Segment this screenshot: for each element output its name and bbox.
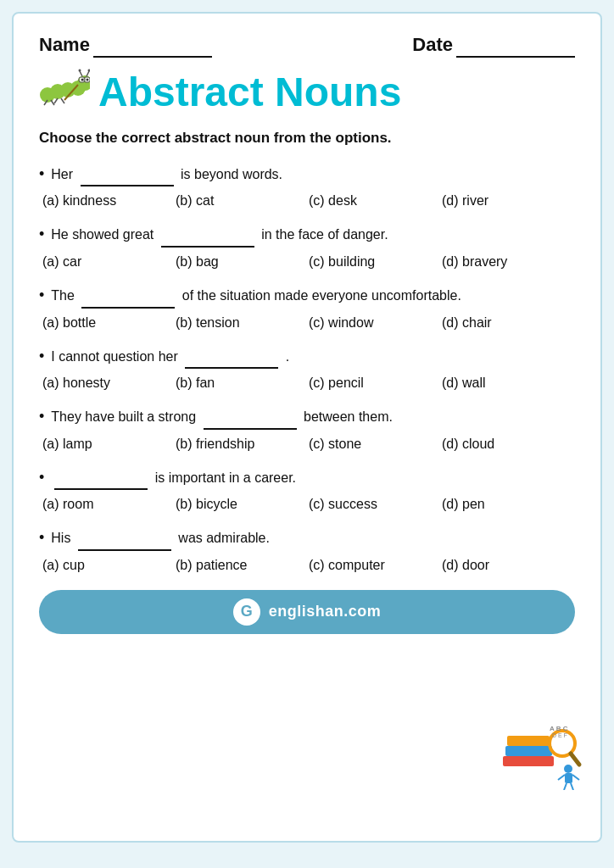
option-5-d[interactable]: (d) cloud <box>442 435 575 453</box>
svg-line-29 <box>564 783 567 790</box>
sentence-before: They have built a strong <box>51 406 199 428</box>
option-3-d[interactable]: (d) chair <box>442 314 575 332</box>
date-label: Date <box>412 34 453 56</box>
option-2-a[interactable]: (a) car <box>42 253 176 271</box>
date-section: Date <box>412 34 575 58</box>
sentence-before: I cannot question her <box>51 346 181 368</box>
option-4-d[interactable]: (d) wall <box>442 374 575 392</box>
option-4-b[interactable]: (b) fan <box>176 374 309 392</box>
svg-line-28 <box>572 775 579 780</box>
footer: G englishan.com <box>39 590 575 634</box>
question-6: • is important in a career.(a) room(b) b… <box>39 465 575 515</box>
blank-field[interactable] <box>161 224 254 248</box>
option-7-a[interactable]: (a) cup <box>42 556 176 575</box>
svg-line-11 <box>80 71 82 76</box>
sentence-before: Her <box>51 164 76 186</box>
option-3-b[interactable]: (b) tension <box>176 314 309 332</box>
option-7-b[interactable]: (b) patience <box>176 556 309 575</box>
option-6-c[interactable]: (c) success <box>309 495 442 514</box>
bullet-icon: • <box>39 465 44 490</box>
page-title: Abstract Nouns <box>98 69 401 115</box>
svg-line-18 <box>54 98 58 103</box>
option-4-c[interactable]: (c) pencil <box>309 374 442 392</box>
question-7-sentence: •His was admirable. <box>39 526 575 551</box>
blank-field[interactable] <box>185 346 278 370</box>
option-2-d[interactable]: (d) bravery <box>442 253 575 271</box>
bullet-icon: • <box>39 162 44 186</box>
option-6-a[interactable]: (a) room <box>42 495 176 514</box>
worksheet-page: Name Date <box>12 12 602 843</box>
option-1-c[interactable]: (c) desk <box>309 192 442 210</box>
svg-point-7 <box>81 79 84 81</box>
svg-point-25 <box>564 765 572 773</box>
sentence-after: in the face of danger. <box>258 224 388 246</box>
sentence-after: between them. <box>300 406 393 428</box>
question-5-sentence: •They have built a strong between them. <box>39 404 575 430</box>
caterpillar-icon <box>39 68 90 116</box>
question-1-sentence: •Her is beyond words. <box>39 162 575 187</box>
bullet-icon: • <box>39 222 44 247</box>
question-7: •His was admirable.(a) cup(b) patience(c… <box>39 526 575 575</box>
instruction-text: Choose the correct abstract noun from th… <box>39 128 575 148</box>
option-5-c[interactable]: (c) stone <box>309 435 442 453</box>
option-2-c[interactable]: (c) building <box>309 253 442 271</box>
questions-container: •Her is beyond words.(a) kindness(b) cat… <box>39 162 575 575</box>
name-field[interactable] <box>93 34 212 58</box>
question-1-options: (a) kindness(b) cat(c) desk(d) river <box>39 192 575 210</box>
blank-field[interactable] <box>204 406 297 430</box>
sentence-after: is beyond words. <box>177 164 283 186</box>
svg-rect-22 <box>507 736 550 746</box>
blank-field[interactable] <box>78 527 171 551</box>
bullet-icon: • <box>39 404 44 429</box>
question-4-sentence: •I cannot question her . <box>39 344 575 370</box>
question-1: •Her is beyond words.(a) kindness(b) cat… <box>39 162 575 211</box>
svg-point-12 <box>79 70 81 72</box>
blank-field[interactable] <box>81 164 174 187</box>
svg-line-30 <box>571 783 573 790</box>
question-3-sentence: •The of the situation made everyone unco… <box>39 283 575 309</box>
sentence-after: is important in a career. <box>151 467 296 489</box>
option-5-b[interactable]: (b) friendship <box>176 435 309 453</box>
bullet-icon: • <box>39 344 44 369</box>
question-3: •The of the situation made everyone unco… <box>39 283 575 332</box>
option-7-c[interactable]: (c) computer <box>309 556 442 575</box>
option-1-b[interactable]: (b) cat <box>176 192 309 210</box>
option-1-d[interactable]: (d) river <box>442 192 575 210</box>
svg-point-14 <box>88 70 91 72</box>
question-5-options: (a) lamp(b) friendship(c) stone(d) cloud <box>39 435 575 453</box>
footer-logo-letter: G <box>241 603 253 620</box>
svg-rect-21 <box>505 746 552 756</box>
question-3-options: (a) bottle(b) tension(c) window(d) chair <box>39 314 575 332</box>
option-1-a[interactable]: (a) kindness <box>42 192 176 210</box>
option-6-d[interactable]: (d) pen <box>442 495 575 514</box>
question-7-options: (a) cup(b) patience(c) computer(d) door <box>39 556 575 575</box>
svg-line-19 <box>61 98 64 103</box>
option-2-b[interactable]: (b) bag <box>176 253 309 271</box>
sentence-after: . <box>282 346 289 368</box>
svg-line-13 <box>87 71 89 76</box>
name-section: Name <box>39 34 212 58</box>
header-row: Name Date <box>39 34 575 58</box>
question-2-options: (a) car(b) bag(c) building(d) bravery <box>39 253 575 271</box>
question-6-sentence: • is important in a career. <box>39 465 575 491</box>
footer-site: englishan.com <box>269 603 382 620</box>
bullet-icon: • <box>39 283 44 308</box>
option-6-b[interactable]: (b) bicycle <box>176 495 309 514</box>
svg-rect-20 <box>503 756 554 766</box>
option-5-a[interactable]: (a) lamp <box>42 435 176 453</box>
sentence-after: was admirable. <box>175 527 270 549</box>
sentence-before: His <box>51 527 75 549</box>
option-4-a[interactable]: (a) honesty <box>42 374 176 392</box>
blank-field[interactable] <box>54 467 148 491</box>
option-7-d[interactable]: (d) door <box>442 556 575 575</box>
svg-text:D E F: D E F <box>552 732 567 738</box>
question-6-options: (a) room(b) bicycle(c) success(d) pen <box>39 495 575 514</box>
question-4-options: (a) honesty(b) fan(c) pencil(d) wall <box>39 374 575 392</box>
question-2-sentence: •He showed great in the face of danger. <box>39 222 575 248</box>
bullet-icon: • <box>39 526 44 550</box>
blank-field[interactable] <box>81 285 175 309</box>
option-3-c[interactable]: (c) window <box>309 314 442 332</box>
date-field[interactable] <box>456 34 575 58</box>
svg-line-17 <box>51 100 54 105</box>
option-3-a[interactable]: (a) bottle <box>42 314 176 332</box>
